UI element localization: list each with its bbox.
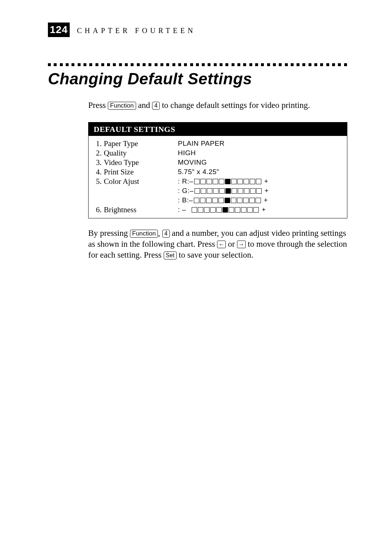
- para-text-1: By pressing: [88, 229, 130, 238]
- settings-row: 5.Color Ajust: R:–+: [93, 177, 343, 186]
- page: 124 CHAPTER FOURTEEN Changing Default Se…: [0, 0, 392, 552]
- instruction-paragraph: By pressing Function, 4 and a number, yo…: [88, 228, 347, 261]
- slider-cell: [235, 207, 240, 213]
- slider-plus: +: [262, 205, 266, 214]
- four-key-2: 4: [162, 230, 170, 238]
- chapter-label: CHAPTER FOURTEEN: [77, 23, 196, 37]
- para-text-4: or: [226, 239, 237, 249]
- slider-cell: [249, 198, 255, 203]
- slider-cell: [200, 179, 206, 184]
- slider-cell: [250, 188, 256, 194]
- settings-row-value: 5.75" x 4.25": [178, 167, 343, 177]
- slider-cell: [244, 188, 249, 194]
- slider-cell-filled: [225, 198, 230, 203]
- slider-cell-filled: [225, 188, 231, 194]
- slider-cell: [244, 179, 249, 184]
- slider-cell: [198, 207, 203, 213]
- settings-row-slider-value: : R:–+: [178, 177, 343, 186]
- slider-cell: [256, 198, 261, 203]
- slider-cell: [207, 179, 212, 184]
- settings-row-slider-value: : B:–+: [178, 196, 343, 205]
- slider-cell: [237, 198, 242, 203]
- slider-cell: [256, 179, 261, 184]
- slider-cell-filled: [225, 179, 230, 184]
- slider-cell: [195, 188, 200, 194]
- intro-paragraph: Press Function and 4 to change default s…: [88, 100, 310, 110]
- slider-label: : G:–: [178, 186, 194, 196]
- settings-row-name: Print Size: [104, 167, 178, 177]
- slider-plus: +: [265, 186, 269, 196]
- slider-cell: [194, 179, 200, 184]
- default-settings-header: DEFAULT SETTINGS: [89, 122, 347, 136]
- slider: [194, 198, 261, 203]
- slider-cell: [204, 207, 209, 213]
- slider-label: : B:–: [178, 196, 193, 205]
- slider-cell: [247, 207, 253, 213]
- slider-cell: [200, 198, 205, 203]
- settings-row-slider-value: : G:–+: [178, 186, 343, 196]
- default-settings-body: 1.Paper TypePLAIN PAPER2.QualityHIGH3.Vi…: [89, 136, 347, 218]
- settings-row: 2.QualityHIGH: [93, 148, 343, 158]
- slider-label: : –: [178, 205, 191, 214]
- settings-row-num: 6.: [93, 205, 104, 214]
- slider-cell: [201, 188, 206, 194]
- slider-cell: [219, 179, 224, 184]
- left-arrow-key: ←: [217, 241, 226, 248]
- slider-cell: [213, 179, 218, 184]
- slider-cell: [219, 188, 225, 194]
- intro-text-press: Press: [88, 101, 108, 110]
- slider-cell: [216, 207, 222, 213]
- settings-row: 3.Video TypeMOVING: [93, 158, 343, 167]
- settings-row-num: 2.: [93, 148, 104, 158]
- settings-row-num: 3.: [93, 158, 104, 167]
- slider-cell: [210, 207, 216, 213]
- slider-plus: +: [264, 196, 268, 205]
- slider-cell: [206, 198, 212, 203]
- settings-row-value: MOVING: [178, 158, 343, 167]
- settings-row-name: Video Type: [104, 158, 178, 167]
- settings-row-num: 1.: [93, 139, 104, 148]
- settings-row-num: 4.: [93, 167, 104, 177]
- slider-cell: [232, 188, 237, 194]
- section-heading: Changing Default Settings: [48, 70, 252, 88]
- slider-cell: [229, 207, 234, 213]
- slider-cell: [253, 207, 259, 213]
- function-key: Function: [108, 102, 136, 110]
- settings-subrow: : G:–+: [93, 186, 343, 196]
- slider: [194, 179, 261, 184]
- dotted-divider: [48, 63, 347, 68]
- slider-cell: [207, 188, 212, 194]
- slider-cell: [212, 198, 218, 203]
- slider-cell: [256, 188, 262, 194]
- settings-row-value: HIGH: [178, 148, 343, 158]
- settings-row-name: Paper Type: [104, 139, 178, 148]
- settings-row-value: PLAIN PAPER: [178, 139, 343, 148]
- four-key: 4: [152, 102, 160, 110]
- set-key: Set: [164, 251, 177, 259]
- slider-cell-filled: [222, 207, 228, 213]
- slider-cell: [192, 207, 197, 213]
- settings-row-name: Quality: [104, 148, 178, 158]
- settings-row-name: Color Ajust: [104, 177, 178, 186]
- slider: [195, 188, 262, 194]
- settings-row: 6.Brightness: –+: [93, 205, 343, 214]
- function-key-2: Function: [130, 230, 158, 238]
- settings-row: 4.Print Size5.75" x 4.25": [93, 167, 343, 177]
- slider-cell: [243, 198, 249, 203]
- settings-row-num: 5.: [93, 177, 104, 186]
- intro-text-rest: to change default settings for video pri…: [160, 101, 310, 110]
- page-number: 124: [48, 23, 70, 37]
- slider: [192, 207, 259, 213]
- slider-cell: [250, 179, 255, 184]
- slider-cell: [194, 198, 199, 203]
- intro-text-and: and: [136, 101, 152, 110]
- slider-cell: [231, 179, 237, 184]
- default-settings-box: DEFAULT SETTINGS 1.Paper TypePLAIN PAPER…: [88, 122, 347, 218]
- slider-cell: [219, 198, 224, 203]
- slider-label: : R:–: [178, 177, 193, 186]
- settings-row: 1.Paper TypePLAIN PAPER: [93, 139, 343, 148]
- para-text-2: ,: [158, 229, 162, 238]
- settings-subrow: : B:–+: [93, 196, 343, 205]
- slider-cell: [213, 188, 219, 194]
- para-text-6: to save your selection.: [177, 250, 253, 259]
